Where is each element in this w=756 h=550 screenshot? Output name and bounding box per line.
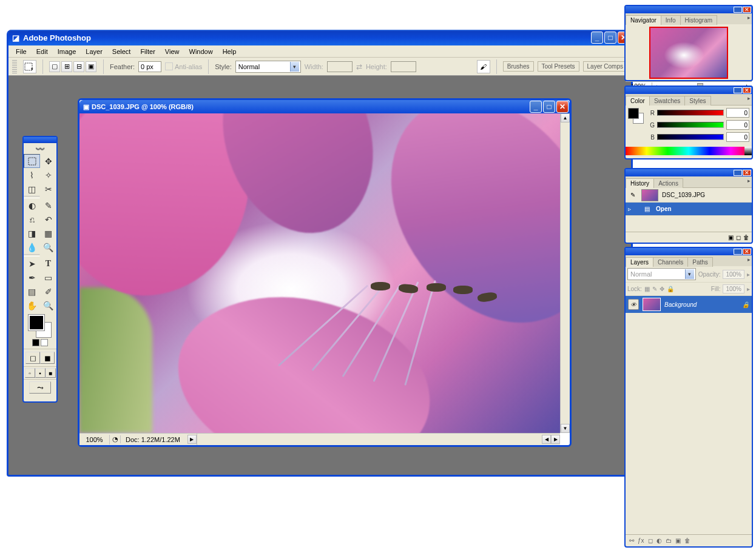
default-colors-icon[interactable]: [32, 339, 39, 346]
layers-panel[interactable]: _✕ Layers Channels Paths ▸ Normal Opacit…: [624, 247, 753, 548]
tools-palette[interactable]: 〰️ ✥ ⌇ ✧ ◫ ✂ ◐ ✎ ⎌ ↶ ◨ ▦ 💧 🔍 ➤ T ✒ ▭ ▤ ✐…: [22, 136, 58, 403]
dodge-tool[interactable]: 🔍: [40, 240, 56, 254]
move-tool[interactable]: ✥: [40, 154, 56, 168]
layer-mask-icon[interactable]: ◻: [648, 537, 653, 544]
menu-image[interactable]: Image: [53, 47, 81, 56]
minimize-button[interactable]: _: [591, 32, 603, 44]
current-tool-icon[interactable]: ▾: [23, 60, 36, 73]
panel-minimize-icon[interactable]: _: [734, 249, 742, 255]
color-spectrum-picker[interactable]: [626, 147, 752, 155]
panel-close-icon[interactable]: ✕: [743, 249, 751, 255]
doc-minimize-button[interactable]: _: [530, 101, 542, 113]
panel-flyout-icon[interactable]: ▸: [748, 178, 751, 184]
foreground-background-swatch[interactable]: [29, 315, 52, 338]
g-value-input[interactable]: [726, 120, 749, 130]
standard-mode-button[interactable]: ◻: [25, 352, 40, 364]
tab-swatches[interactable]: Swatches: [649, 96, 685, 106]
doc-close-button[interactable]: ✕: [556, 101, 569, 113]
new-snapshot-icon[interactable]: ◻: [736, 234, 741, 241]
tab-actions[interactable]: Actions: [653, 178, 683, 188]
link-layers-icon[interactable]: ⚯: [629, 537, 634, 544]
quick-mask-button[interactable]: ◼: [40, 352, 55, 364]
jump-to-imageready-button[interactable]: ⤳: [29, 381, 51, 394]
b-value-input[interactable]: [726, 132, 749, 142]
selection-add-icon[interactable]: ⊞: [61, 61, 72, 72]
layer-name-label[interactable]: Background: [664, 301, 697, 308]
tools-palette-header[interactable]: [24, 137, 56, 143]
panel-minimize-icon[interactable]: _: [734, 87, 742, 93]
scroll-up-button[interactable]: ▲: [561, 113, 570, 122]
navigator-thumbnail[interactable]: [649, 27, 728, 79]
tab-history[interactable]: History: [626, 178, 654, 188]
panel-flyout-icon[interactable]: ▸: [748, 95, 751, 101]
tab-histogram[interactable]: Histogram: [680, 15, 718, 25]
navigator-panel[interactable]: _✕ Navigator Info Histogram ▸ 100% △ △: [624, 5, 753, 81]
history-snapshot-row[interactable]: ✎ DSC_1039.JPG: [626, 188, 752, 203]
brushes-palette-button[interactable]: 🖌: [477, 60, 490, 73]
menu-file[interactable]: File: [11, 47, 32, 56]
eyedropper-tool[interactable]: ✐: [40, 284, 56, 298]
tab-styles[interactable]: Styles: [684, 96, 710, 106]
doc-maximize-button[interactable]: □: [543, 101, 555, 113]
document-titlebar[interactable]: ▣ DSC_1039.JPG @ 100% (RGB/8) _ □ ✕: [79, 100, 570, 113]
panel-close-icon[interactable]: ✕: [743, 170, 751, 176]
tab-color[interactable]: Color: [626, 96, 650, 106]
healing-brush-tool[interactable]: ◐: [24, 198, 40, 212]
tab-layers[interactable]: Layers: [626, 257, 653, 267]
layer-row-background[interactable]: 👁 Background 🔒: [626, 296, 752, 313]
r-value-input[interactable]: [726, 108, 749, 118]
selection-new-icon[interactable]: ▢: [49, 61, 60, 72]
panel-flyout-icon[interactable]: ▸: [748, 15, 751, 21]
main-titlebar[interactable]: ◪ Adobe Photoshop _ □ ✕: [8, 30, 631, 45]
status-preview-icon[interactable]: ◔: [110, 435, 121, 443]
menu-filter[interactable]: Filter: [135, 47, 160, 56]
well-tool-presets[interactable]: Tool Presets: [538, 61, 579, 72]
style-select[interactable]: Normal: [235, 61, 301, 73]
scroll-down-button[interactable]: ▼: [561, 424, 570, 433]
menu-view[interactable]: View: [160, 47, 184, 56]
layer-thumbnail[interactable]: [643, 298, 661, 311]
layer-style-icon[interactable]: ƒx: [638, 537, 644, 544]
zoom-tool[interactable]: 🔍: [40, 298, 56, 312]
feather-input[interactable]: [138, 61, 161, 72]
delete-state-icon[interactable]: 🗑: [743, 234, 749, 241]
vertical-scrollbar[interactable]: ▲ ▼: [560, 113, 570, 433]
marquee-tool[interactable]: [24, 154, 40, 168]
screen-standard-button[interactable]: ▫: [25, 368, 35, 378]
menu-help[interactable]: Help: [218, 47, 241, 56]
b-slider[interactable]: [657, 134, 724, 140]
history-state-row[interactable]: ▹ ▤ Open: [626, 203, 752, 216]
zoom-level-input[interactable]: 100%: [79, 435, 110, 444]
new-group-icon[interactable]: 🗀: [666, 537, 672, 544]
g-slider[interactable]: [657, 122, 724, 128]
shape-tool[interactable]: ▭: [40, 270, 56, 284]
tab-paths[interactable]: Paths: [687, 257, 713, 267]
clone-stamp-tool[interactable]: ⎌: [24, 212, 40, 226]
panel-flyout-icon[interactable]: ▸: [748, 257, 751, 263]
new-layer-icon[interactable]: ▣: [675, 537, 681, 544]
path-select-tool[interactable]: ➤: [24, 257, 40, 270]
menu-edit[interactable]: Edit: [32, 47, 53, 56]
options-grip[interactable]: [12, 60, 17, 73]
selection-subtract-icon[interactable]: ⊟: [73, 61, 84, 72]
type-tool[interactable]: T: [40, 257, 56, 270]
screen-full-button[interactable]: ■: [46, 368, 56, 378]
slice-tool[interactable]: ✂: [40, 182, 56, 196]
history-brush-tool[interactable]: ↶: [40, 212, 56, 226]
color-panel[interactable]: _✕ Color Swatches Styles ▸ R G B: [624, 86, 753, 159]
swap-colors-icon[interactable]: [41, 339, 48, 346]
lasso-tool[interactable]: ⌇: [24, 168, 40, 182]
screen-full-menubar-button[interactable]: ▪: [35, 368, 46, 378]
status-menu-button[interactable]: ▶: [187, 435, 197, 444]
color-swatch[interactable]: [628, 108, 644, 124]
hand-tool[interactable]: ✋: [24, 298, 40, 312]
menu-window[interactable]: Window: [184, 47, 218, 56]
crop-tool[interactable]: ◫: [24, 182, 40, 196]
foreground-color-swatch[interactable]: [29, 315, 44, 330]
scroll-right-button[interactable]: ▶: [551, 435, 560, 444]
well-layer-comps[interactable]: Layer Comps: [583, 61, 627, 72]
document-canvas[interactable]: [79, 113, 560, 433]
delete-layer-icon[interactable]: 🗑: [684, 537, 690, 544]
layer-visibility-icon[interactable]: 👁: [628, 299, 639, 310]
selection-intersect-icon[interactable]: ▣: [86, 61, 96, 72]
